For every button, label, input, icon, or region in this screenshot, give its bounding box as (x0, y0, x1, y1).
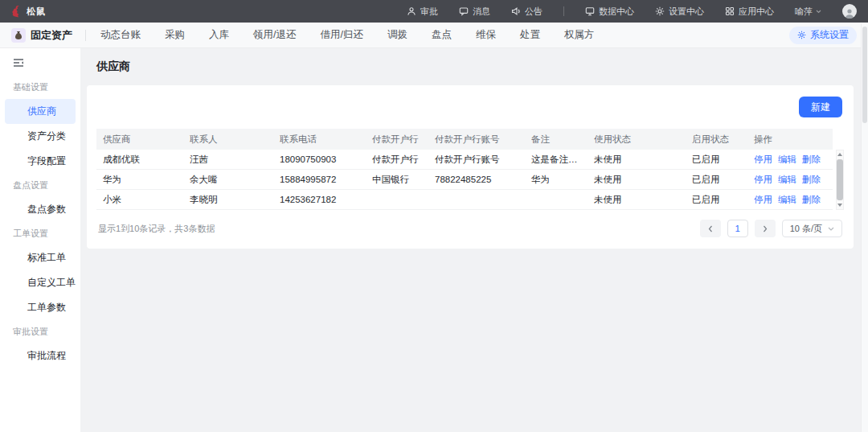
sidebar-item[interactable]: 字段配置 (5, 149, 76, 174)
sidebar-item[interactable]: 资产分类 (5, 124, 76, 149)
action-link-2[interactable]: 删除 (802, 154, 821, 166)
topbar: 松鼠 审批消息公告数据中心设置中心应用中心 喻萍 (0, 0, 868, 23)
supplier-card: 新建 供应商联系人联系电话付款开户行付款开户行账号备注使用状态启用状态操作 成都… (87, 85, 854, 249)
cell-account: 付款开户行账号 (428, 154, 525, 166)
topbar-item-label: 消息 (473, 6, 490, 18)
sidebar-section-label: 工单设置 (0, 222, 80, 245)
sidebar-item[interactable]: 自定义工单 (5, 270, 76, 295)
action-link-0[interactable]: 停用 (754, 194, 772, 206)
gear-icon (797, 31, 806, 39)
system-settings-button[interactable]: 系统设置 (789, 27, 857, 44)
topbar-item-label: 应用中心 (739, 6, 774, 18)
topbar-item-label: 设置中心 (669, 6, 704, 18)
cell-enable_status: 已启用 (686, 174, 747, 186)
action-link-1[interactable]: 编辑 (778, 154, 796, 166)
user-icon (407, 6, 416, 16)
sidebar-sections: 基础设置供应商资产分类字段配置盘点设置盘点参数工单设置标准工单自定义工单工单参数… (0, 76, 80, 368)
scroll-up-icon[interactable] (836, 150, 844, 158)
column-header: 使用状态 (588, 134, 686, 146)
cell-account: 78822485225 (428, 175, 525, 184)
column-header: 启用状态 (686, 134, 747, 146)
next-page-button[interactable] (755, 220, 776, 237)
table-body: 成都优联汪茜18090750903付款开户行付款开户行账号这是备注这是备注未使用… (96, 150, 833, 210)
tab-5[interactable]: 借用/归还 (320, 28, 362, 42)
topbar-item-data-center[interactable]: 数据中心 (585, 6, 634, 18)
page-body: 基础设置供应商资产分类字段配置盘点设置盘点参数工单设置标准工单自定义工单工单参数… (0, 48, 868, 432)
window-scrollbar[interactable] (861, 23, 868, 432)
user-name: 喻萍 (795, 6, 813, 18)
tab-6[interactable]: 调拨 (387, 28, 407, 42)
scroll-down-icon[interactable] (836, 201, 844, 209)
scrollbar-thumb[interactable] (837, 159, 843, 200)
action-link-2[interactable]: 删除 (802, 194, 821, 206)
cell-supplier: 成都优联 (96, 154, 183, 166)
row-actions: 停用编辑删除 (747, 194, 833, 206)
cell-enable_status: 已启用 (686, 194, 747, 206)
main-content: 供应商 新建 供应商联系人联系电话付款开户行付款开户行账号备注使用状态启用状态操… (80, 48, 868, 432)
tab-1[interactable]: 动态台账 (100, 28, 141, 42)
tab-4[interactable]: 领用/退还 (253, 28, 296, 42)
monitor-icon (585, 6, 595, 16)
topbar-item-announcement[interactable]: 公告 (511, 6, 542, 18)
action-link-1[interactable]: 编辑 (778, 174, 796, 186)
tab-9[interactable]: 处置 (520, 28, 540, 42)
sidebar-item[interactable]: 盘点参数 (5, 197, 76, 222)
cell-use_status: 未使用 (588, 174, 686, 186)
column-header: 联系电话 (273, 134, 366, 146)
sidebar-section-label: 审批设置 (0, 320, 80, 344)
action-link-0[interactable]: 停用 (754, 174, 772, 186)
action-link-2[interactable]: 删除 (802, 174, 821, 186)
avatar[interactable] (842, 4, 857, 19)
table-row: 成都优联汪茜18090750903付款开户行付款开户行账号这是备注这是备注未使用… (96, 150, 833, 170)
tab-7[interactable]: 盘点 (432, 28, 452, 42)
topbar-item-approval[interactable]: 审批 (407, 6, 438, 18)
chevron-down-icon (828, 227, 834, 231)
topbar-item-label: 数据中心 (599, 6, 634, 18)
sidebar-item[interactable]: 工单参数 (5, 295, 76, 320)
prev-page-button[interactable] (700, 220, 721, 237)
page-size-label: 10 条/页 (790, 223, 822, 235)
topbar-item-messages[interactable]: 消息 (459, 6, 490, 18)
chevron-down-icon (816, 10, 821, 14)
sidebar-item[interactable]: 标准工单 (5, 245, 76, 270)
page-size-select[interactable]: 10 条/页 (782, 220, 842, 237)
topbar-menu: 审批消息公告数据中心设置中心应用中心 喻萍 (407, 4, 857, 19)
collapse-sidebar-icon[interactable] (13, 58, 24, 68)
tab-2[interactable]: 采购 (165, 28, 185, 42)
table-scrollbar[interactable] (836, 150, 844, 210)
user-menu[interactable]: 喻萍 (795, 6, 821, 18)
topbar-item-settings-center[interactable]: 设置中心 (655, 6, 704, 18)
gear-icon (655, 6, 665, 16)
page-title: 供应商 (96, 60, 854, 74)
cell-contact: 李晓明 (183, 194, 273, 206)
new-button[interactable]: 新建 (799, 97, 842, 117)
squirrel-logo-icon (11, 5, 23, 18)
sidebar-item[interactable]: 审批流程 (5, 344, 76, 368)
table-header-row: 供应商联系人联系电话付款开户行付款开户行账号备注使用状态启用状态操作 (96, 129, 833, 150)
page-number-button[interactable]: 1 (727, 220, 748, 237)
row-actions: 停用编辑删除 (747, 174, 833, 186)
cell-remark: 华为 (525, 174, 588, 186)
window-scrollbar-thumb[interactable] (862, 27, 867, 123)
topbar-item-label: 审批 (420, 6, 438, 18)
topbar-item-app-center[interactable]: 应用中心 (725, 6, 774, 18)
tab-8[interactable]: 维保 (476, 28, 496, 42)
column-header: 备注 (525, 134, 588, 146)
sidebar-item[interactable]: 供应商 (5, 99, 76, 124)
cell-remark: 这是备注这是备注 (525, 154, 588, 166)
column-header: 付款开户行 (366, 134, 428, 146)
column-header: 付款开户行账号 (428, 134, 525, 146)
app-logo: 松鼠 (11, 5, 46, 18)
supplier-table: 供应商联系人联系电话付款开户行付款开户行账号备注使用状态启用状态操作 成都优联汪… (96, 129, 844, 210)
logo-text: 松鼠 (27, 6, 46, 18)
tab-10[interactable]: 权属方 (564, 28, 595, 42)
action-link-0[interactable]: 停用 (754, 154, 772, 166)
column-header: 供应商 (96, 134, 183, 146)
cell-bank: 付款开户行 (366, 154, 428, 166)
app-name: 固定资产 (31, 28, 72, 43)
column-header: 联系人 (183, 134, 273, 146)
tab-3[interactable]: 入库 (209, 28, 229, 42)
cell-phone: 15884995872 (273, 175, 366, 184)
action-link-1[interactable]: 编辑 (778, 194, 796, 206)
cell-supplier: 小米 (96, 194, 183, 206)
